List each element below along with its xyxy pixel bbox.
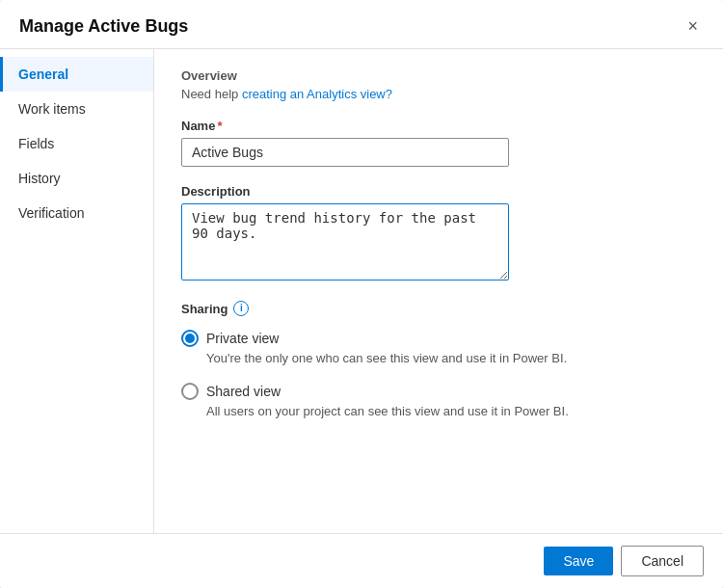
save-button[interactable]: Save (544, 547, 613, 575)
sidebar-item-general[interactable]: General (0, 57, 153, 92)
sidebar-item-verification[interactable]: Verification (0, 196, 153, 230)
close-button[interactable]: × (682, 15, 704, 37)
sidebar-item-fields[interactable]: Fields (0, 126, 153, 161)
help-link[interactable]: creating an Analytics view? (242, 87, 392, 101)
content-area: Overview Need help creating an Analytics… (154, 49, 723, 533)
help-text: Need help creating an Analytics view? (181, 87, 696, 101)
description-label: Description (181, 184, 696, 199)
private-view-radio[interactable] (181, 330, 199, 347)
shared-view-option: Shared view All users on your project ca… (181, 383, 696, 426)
overview-label: Overview (181, 68, 696, 83)
description-textarea[interactable]: View bug trend history for the past 90 d… (181, 203, 509, 281)
private-view-option: Private view You're the only one who can… (181, 330, 696, 373)
dialog-title: Manage Active Bugs (19, 16, 188, 37)
dialog-footer: Save Cancel (0, 533, 723, 588)
private-view-description: You're the only one who can see this vie… (206, 351, 696, 365)
dialog-body: General Work items Fields History Verifi… (0, 49, 723, 533)
shared-view-label[interactable]: Shared view (181, 383, 696, 400)
dialog-header: Manage Active Bugs × (0, 0, 723, 49)
shared-view-description: All users on your project can see this v… (206, 404, 696, 418)
sidebar: General Work items Fields History Verifi… (0, 49, 154, 533)
required-star: * (217, 119, 222, 133)
sidebar-item-history[interactable]: History (0, 161, 153, 196)
cancel-button[interactable]: Cancel (621, 546, 704, 576)
name-input[interactable] (181, 138, 509, 167)
description-form-group: Description View bug trend history for t… (181, 184, 696, 283)
name-form-group: Name* (181, 119, 696, 167)
sharing-info-icon: i (233, 301, 249, 316)
name-label: Name* (181, 119, 696, 133)
private-view-label[interactable]: Private view (181, 330, 696, 347)
sidebar-item-work-items[interactable]: Work items (0, 92, 153, 126)
sharing-section: Sharing i (181, 301, 696, 316)
radio-group: Private view You're the only one who can… (181, 330, 696, 436)
shared-view-radio[interactable] (181, 383, 199, 400)
manage-active-bugs-dialog: Manage Active Bugs × General Work items … (0, 0, 723, 588)
